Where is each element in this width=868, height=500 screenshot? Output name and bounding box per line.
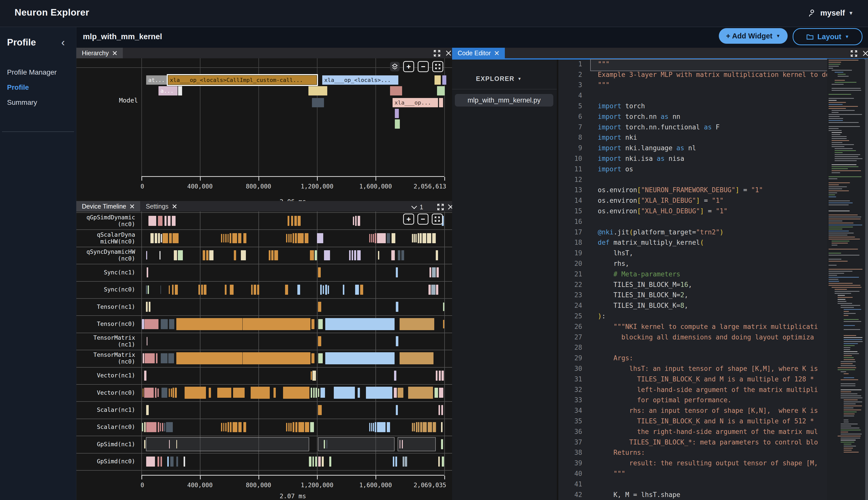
timeline-bar[interactable]	[296, 422, 297, 432]
timeline-bar[interactable]	[146, 437, 309, 451]
timeline-bar[interactable]	[343, 285, 344, 295]
timeline-bar[interactable]	[429, 267, 431, 277]
timeline-bar[interactable]	[441, 439, 443, 449]
timeline-bar[interactable]	[358, 388, 360, 398]
timeline-bar[interactable]	[402, 440, 403, 448]
timeline-bar[interactable]	[233, 388, 245, 398]
timeline-bar[interactable]	[311, 353, 314, 363]
close-icon[interactable]	[113, 51, 117, 55]
timeline-bar[interactable]	[162, 423, 163, 431]
timeline-bar[interactable]	[166, 422, 173, 432]
timeline-bar[interactable]	[149, 302, 150, 312]
sidebar-item-profile[interactable]: Profile	[0, 80, 76, 95]
timeline-bar[interactable]	[315, 456, 317, 467]
timeline-bar[interactable]	[324, 250, 330, 260]
fit-button[interactable]	[432, 61, 443, 72]
timeline-bar[interactable]	[230, 285, 233, 295]
code-line[interactable]: 7import torch.nn.functional as F	[558, 122, 827, 133]
code-line[interactable]: 17@nki.jit(platform_target="trn2")	[558, 227, 827, 237]
timeline-bar[interactable]	[288, 234, 290, 242]
timeline-bar[interactable]	[176, 440, 177, 448]
timeline-bar[interactable]	[251, 285, 253, 295]
add-widget-button[interactable]: + Add Widget▼	[719, 28, 788, 44]
timeline-bar[interactable]	[158, 422, 159, 432]
timeline-bar[interactable]	[326, 440, 327, 448]
flame-bar[interactable]	[442, 75, 446, 85]
flame-bar[interactable]	[395, 120, 400, 129]
timeline-bar[interactable]	[432, 233, 436, 243]
timeline-bar[interactable]	[392, 233, 395, 243]
timeline-bar[interactable]	[312, 456, 314, 467]
timeline-bar[interactable]	[150, 233, 154, 243]
timeline-bar[interactable]	[225, 423, 227, 431]
timeline-bar[interactable]	[373, 234, 374, 242]
code-line[interactable]: 30 lhsT: an input tensor of shape [K,M],…	[558, 363, 827, 374]
code-line[interactable]: 33 for optimal performance.	[558, 395, 827, 406]
timeline-bar[interactable]	[318, 405, 322, 415]
timeline-bar[interactable]	[286, 234, 287, 242]
timeline-bar[interactable]	[203, 250, 206, 260]
timeline-bar[interactable]	[160, 251, 161, 260]
code-line[interactable]: 31 TILES_IN_BLOCK_K and M is a multiple …	[558, 374, 827, 384]
timeline-bar[interactable]	[146, 285, 147, 294]
timeline-bar[interactable]	[155, 388, 157, 398]
timeline-bar[interactable]	[439, 371, 441, 380]
timeline-bar[interactable]	[146, 251, 147, 260]
timeline-bar[interactable]	[162, 233, 168, 243]
timeline-bar[interactable]	[418, 233, 419, 243]
timeline-bar[interactable]	[144, 319, 158, 329]
timeline-bar[interactable]	[225, 234, 227, 242]
timeline-bar[interactable]	[321, 388, 325, 398]
timeline-bar[interactable]	[161, 456, 162, 467]
timeline-bar[interactable]	[329, 456, 331, 467]
timeline-bar[interactable]	[420, 422, 422, 432]
timeline-bar[interactable]	[443, 303, 444, 311]
timeline-bar[interactable]	[269, 250, 270, 260]
timeline-bar[interactable]	[169, 285, 170, 294]
code-line[interactable]: 10import nki.isa as nisa	[558, 153, 827, 164]
timeline-bar[interactable]	[225, 285, 227, 295]
timeline-bar[interactable]	[161, 319, 168, 329]
timeline-bar[interactable]	[143, 353, 144, 363]
timeline-bar[interactable]	[325, 352, 395, 364]
timeline-bar[interactable]	[158, 388, 159, 397]
timeline-bar[interactable]	[298, 216, 301, 226]
timeline-bar[interactable]	[142, 423, 143, 431]
timeline-bar[interactable]	[416, 422, 417, 432]
timeline-bar[interactable]	[401, 250, 404, 260]
timeline-bar[interactable]	[238, 233, 241, 243]
timeline-bar[interactable]	[147, 267, 148, 277]
timeline-bar[interactable]	[305, 422, 309, 432]
timeline-bar[interactable]	[442, 456, 444, 467]
timeline-bar[interactable]	[325, 285, 327, 295]
code-line[interactable]: 35 TILES_IN_BLOCK_K and N is a multiple …	[558, 416, 827, 427]
timeline-bar[interactable]	[441, 405, 443, 415]
timeline-bar[interactable]	[168, 353, 174, 363]
timeline-bar[interactable]	[233, 422, 238, 432]
timeline-bar[interactable]	[285, 285, 288, 295]
timeline-bar[interactable]	[274, 250, 278, 260]
timeline-bar[interactable]	[334, 387, 355, 399]
tab-hierarchy[interactable]: Hierarchy	[76, 48, 123, 58]
code-line[interactable]: 29 Args:	[558, 353, 827, 363]
timeline-bar[interactable]	[311, 371, 312, 380]
timeline-bar[interactable]	[349, 250, 351, 260]
timeline-bar[interactable]	[396, 336, 398, 346]
timeline-bar[interactable]	[169, 388, 170, 397]
close-icon[interactable]	[863, 50, 868, 57]
timeline-bar[interactable]	[175, 388, 177, 398]
timeline-bar[interactable]	[371, 423, 372, 431]
timeline-bar[interactable]	[142, 319, 144, 329]
timeline-bar[interactable]	[243, 352, 310, 364]
timeline-bar[interactable]	[254, 285, 256, 295]
timeline-bar[interactable]	[160, 423, 161, 431]
code-line[interactable]: 27 blocking all dimensions and doing lay…	[558, 332, 827, 342]
timeline-bar[interactable]	[396, 267, 398, 277]
timeline-bar[interactable]	[176, 352, 242, 364]
zoom-in-button[interactable]: +	[403, 61, 414, 72]
timeline-bar[interactable]	[290, 234, 292, 242]
timeline-bar[interactable]	[443, 320, 444, 328]
timeline-bar[interactable]	[161, 234, 162, 242]
layout-button[interactable]: Layout▼	[792, 28, 863, 45]
timeline-bar[interactable]	[398, 250, 400, 260]
